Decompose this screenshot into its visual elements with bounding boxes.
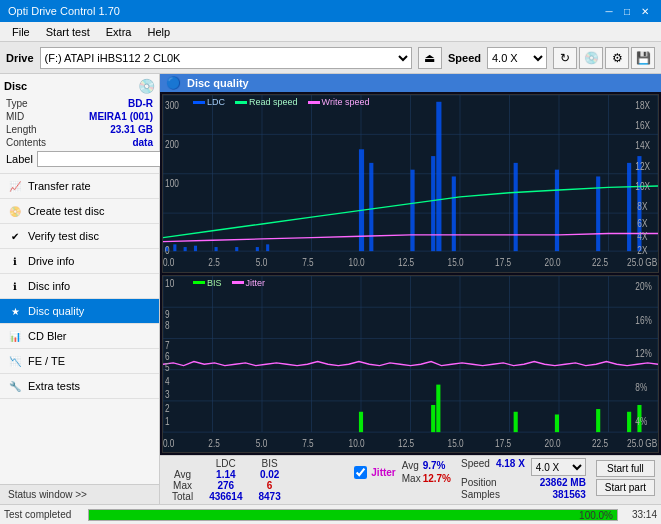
svg-rect-28 [436,102,441,251]
nav-extra-tests-label: Extra tests [28,380,80,392]
svg-text:16X: 16X [635,119,650,131]
legend-ldc: LDC [193,97,225,107]
nav-disc-quality-label: Disc quality [28,305,84,317]
svg-text:12.5: 12.5 [398,256,414,268]
legend-bis-label: BIS [207,278,222,288]
nav-cd-bler[interactable]: 📊 CD Bler [0,324,159,349]
legend-write-speed: Write speed [308,97,370,107]
speed-selector[interactable]: 4.0 X [531,458,586,476]
disc-contents-label: Contents [6,137,46,148]
drive-select[interactable]: (F:) ATAPI iHBS112 2 CL0K [40,47,412,69]
window-controls: ─ □ ✕ [601,3,653,19]
extra-tests-icon: 🔧 [8,379,22,393]
bis-color [193,281,205,284]
menu-file[interactable]: File [4,24,38,40]
disc-quality-icon: ★ [8,304,22,318]
menu-help[interactable]: Help [139,24,178,40]
right-panel: 🔵 Disc quality LDC Read speed [160,74,661,504]
svg-text:10.0: 10.0 [349,436,365,448]
svg-text:200: 200 [165,138,179,150]
ldc-chart-svg: 300 200 100 0 18X 16X 14X 12X 10X 8X 6X … [163,95,658,272]
svg-text:2X: 2X [637,244,648,256]
disc-length-label: Length [6,124,37,135]
nav-transfer-rate-label: Transfer rate [28,180,91,192]
svg-text:14X: 14X [635,139,650,151]
svg-text:4: 4 [165,374,170,386]
progress-bar [89,510,617,520]
nav-fe-te[interactable]: 📉 FE / TE [0,349,159,374]
progress-container: 100.0% [88,509,618,521]
nav-disc-info-label: Disc info [28,280,70,292]
jitter-checkbox[interactable] [354,466,367,479]
svg-text:22.5: 22.5 [592,436,608,448]
nav-create-test[interactable]: 📀 Create test disc [0,199,159,224]
svg-text:16%: 16% [635,313,652,325]
nav-transfer-rate[interactable]: 📈 Transfer rate [0,174,159,199]
jitter-max-label: Max [402,473,421,484]
position-row: Position 23862 MB [461,477,586,488]
nav-verify-test[interactable]: ✔ Verify test disc [0,224,159,249]
nav-disc-info[interactable]: ℹ Disc info [0,274,159,299]
disc-type-label: Type [6,98,28,109]
nav-drive-info-label: Drive info [28,255,74,267]
ldc-color [193,101,205,104]
svg-text:17.5: 17.5 [495,436,511,448]
chart-bottom-legend: BIS Jitter [193,278,265,288]
status-window-btn[interactable]: Status window >> [0,484,159,504]
jitter-max-val: 12.7% [423,473,451,484]
minimize-btn[interactable]: ─ [601,3,617,19]
disc-contents-value: data [132,137,153,148]
speed-select[interactable]: 4.0 X [487,47,547,69]
save-btn[interactable]: 💾 [631,47,655,69]
jitter-avg-val: 9.7% [423,460,451,471]
disc-mid-row: MID MEIRA1 (001) [4,110,155,123]
svg-rect-77 [431,404,435,431]
svg-text:25.0 GB: 25.0 GB [627,256,657,268]
svg-rect-20 [215,247,218,251]
svg-text:4%: 4% [635,415,647,427]
nav-verify-test-label: Verify test disc [28,230,99,242]
speed-label: Speed [448,52,481,64]
nav-drive-info[interactable]: ℹ Drive info [0,249,159,274]
menu-extra[interactable]: Extra [98,24,140,40]
svg-rect-27 [431,156,435,251]
menu-start-test[interactable]: Start test [38,24,98,40]
eject-btn[interactable]: ⏏ [418,47,442,69]
stats-bis-header: BIS [251,458,289,469]
nav-disc-quality[interactable]: ★ Disc quality [0,299,159,324]
config-btn[interactable]: ⚙ [605,47,629,69]
close-btn[interactable]: ✕ [637,3,653,19]
drive-info-icon: ℹ [8,254,22,268]
svg-text:7.5: 7.5 [302,436,313,448]
quality-icon: 🔵 [166,76,181,90]
disc-btn[interactable]: 💿 [579,47,603,69]
refresh-btn[interactable]: ↻ [553,47,577,69]
maximize-btn[interactable]: □ [619,3,635,19]
start-part-btn[interactable]: Start part [596,479,655,496]
svg-text:100: 100 [165,177,179,189]
disc-label-input[interactable] [37,151,166,167]
nav-create-test-label: Create test disc [28,205,104,217]
svg-text:0.0: 0.0 [163,256,174,268]
stats-max-row: Max 276 6 [164,480,289,491]
disc-label-text: Label [6,153,33,165]
svg-text:2.5: 2.5 [208,256,219,268]
svg-text:12X: 12X [635,160,650,172]
nav-extra-tests[interactable]: 🔧 Extra tests [0,374,159,399]
svg-text:20.0: 20.0 [545,436,561,448]
svg-rect-22 [256,247,259,251]
transfer-rate-icon: 📈 [8,179,22,193]
svg-text:2: 2 [165,401,170,413]
start-full-btn[interactable]: Start full [596,460,655,477]
main-area: Disc 💿 Type BD-R MID MEIRA1 (001) Length… [0,74,661,504]
samples-val: 381563 [552,489,585,500]
svg-text:18X: 18X [635,98,650,110]
svg-rect-17 [173,244,176,251]
progress-text: 100.0% [579,510,613,522]
legend-read-speed: Read speed [235,97,298,107]
action-buttons: Start full Start part [594,458,657,498]
svg-text:5: 5 [165,360,170,372]
svg-rect-82 [627,411,631,431]
svg-text:10X: 10X [635,180,650,192]
disc-section-title: Disc [4,80,27,92]
